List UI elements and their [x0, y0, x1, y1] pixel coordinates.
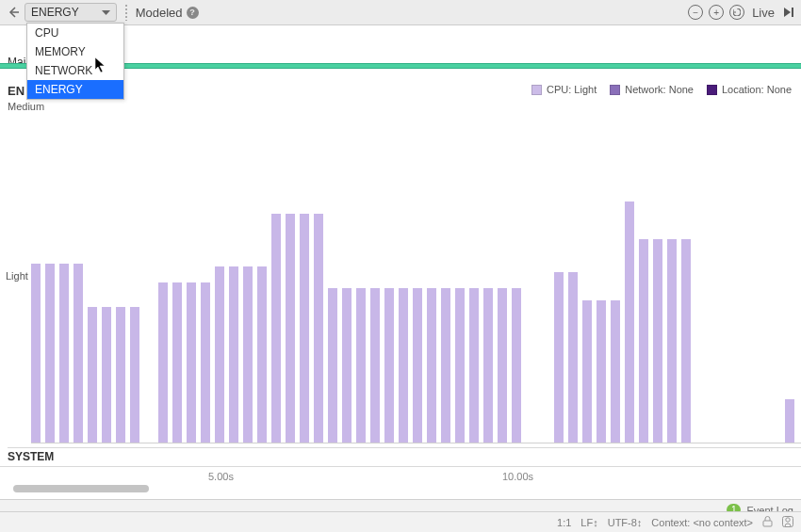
label-energy-partial: EN: [8, 84, 25, 98]
profiler-toolbar: ENERGY Modeled ? − + Live: [0, 0, 801, 25]
chart-bar: [582, 300, 592, 443]
chart-bar: [229, 266, 238, 443]
chart-bar: [201, 282, 210, 443]
chart-bar: [172, 282, 182, 443]
caret-position[interactable]: 1:1: [557, 517, 571, 528]
time-axis: 5.00s 10.00s: [0, 466, 801, 487]
chart-bar: [45, 264, 55, 443]
tick-5s: 5.00s: [208, 471, 234, 482]
chart-bar: [413, 288, 422, 443]
encoding-button[interactable]: UTF-8↕: [608, 517, 643, 528]
chart-bar: [102, 307, 111, 443]
dropdown-item-memory[interactable]: MEMORY: [27, 42, 123, 61]
chart-bar: [130, 307, 139, 443]
chart-bar: [59, 264, 69, 443]
toolbar-left: ENERGY Modeled ?: [6, 3, 199, 22]
system-row: SYSTEM: [8, 447, 801, 464]
horizontal-scrollbar[interactable]: [13, 485, 149, 492]
chart-bar: [31, 264, 41, 443]
goto-live-button[interactable]: [782, 6, 795, 19]
chart-bar: [399, 288, 408, 443]
chart-bar: [328, 288, 337, 443]
zoom-reset-button[interactable]: [729, 5, 744, 20]
chart-bar: [314, 214, 323, 443]
profiler-dropdown[interactable]: ENERGY: [25, 3, 117, 22]
chart-bar: [441, 288, 450, 443]
chart-bar: [74, 264, 83, 443]
chevron-down-icon: [102, 6, 110, 19]
chart-bar: [554, 272, 564, 443]
inspector-icon[interactable]: [782, 516, 793, 529]
chart-bar: [639, 239, 648, 443]
chart-bar: [512, 288, 521, 443]
chart-bar: [568, 272, 578, 443]
chart-bar: [187, 282, 196, 443]
swatch-network-icon: [610, 85, 620, 95]
toolbar-right: − + Live: [688, 5, 795, 20]
cursor-icon: [94, 56, 107, 73]
zoom-in-button[interactable]: +: [709, 5, 724, 20]
chart-bar: [483, 288, 493, 443]
chart-bar: [597, 300, 606, 443]
chart-bar: [653, 239, 662, 443]
legend-item-network: Network: None: [610, 84, 694, 95]
chart-bar: [625, 202, 634, 443]
dropdown-item-network[interactable]: NETWORK: [27, 61, 123, 80]
chart-bar: [300, 214, 309, 443]
help-icon[interactable]: ?: [187, 7, 199, 19]
chart-bar: [681, 239, 691, 443]
chart-bar: [498, 288, 507, 443]
svg-rect-0: [792, 8, 793, 17]
chart-bar: [215, 266, 224, 443]
chart-legend: CPU: Light Network: None Location: None: [531, 84, 792, 95]
chart-bar: [257, 266, 267, 443]
chart-bar: [286, 214, 295, 443]
chart-bar: [667, 239, 677, 443]
dropdown-item-energy[interactable]: ENERGY: [27, 80, 123, 99]
line-separator-button[interactable]: LF↕: [580, 517, 597, 528]
modeled-label: Modeled ?: [136, 6, 199, 20]
chart-bar: [370, 288, 380, 443]
legend-item-cpu: CPU: Light: [531, 84, 597, 95]
chart-bar: [356, 288, 366, 443]
lock-icon[interactable]: [762, 516, 773, 529]
svg-rect-1: [763, 521, 772, 526]
live-label: Live: [752, 6, 775, 20]
chart-bar: [88, 307, 97, 443]
chart-bar: [342, 288, 351, 443]
legend-item-location: Location: None: [707, 84, 792, 95]
toolbar-separator: [124, 4, 128, 21]
swatch-cpu-icon: [531, 85, 542, 95]
zoom-out-button[interactable]: −: [688, 5, 703, 20]
chart-bar: [611, 300, 620, 443]
chart-bar: [455, 288, 465, 443]
tick-10s: 10.00s: [502, 471, 533, 482]
chart-bar: [116, 307, 125, 443]
dropdown-item-cpu[interactable]: CPU: [27, 24, 123, 42]
y-tick-light: Light: [6, 270, 28, 282]
status-bar-lower: 1:1 LF↕ UTF-8↕ Context: <no context>: [0, 511, 801, 532]
svg-point-2: [786, 517, 790, 521]
chart-bar: [271, 214, 281, 443]
energy-chart[interactable]: [31, 110, 801, 443]
profiler-dropdown-menu: CPU MEMORY NETWORK ENERGY: [26, 23, 124, 100]
back-icon[interactable]: [6, 5, 21, 20]
chart-bar: [243, 266, 253, 443]
swatch-location-icon: [707, 85, 717, 95]
chart-bar: [469, 288, 479, 443]
chart-bar: [384, 288, 394, 443]
chart-bar: [158, 282, 168, 443]
context-label[interactable]: Context: <no context>: [651, 517, 753, 528]
dropdown-label: ENERGY: [31, 6, 79, 19]
chart-bar: [427, 288, 436, 443]
chart-bar: [785, 399, 794, 443]
